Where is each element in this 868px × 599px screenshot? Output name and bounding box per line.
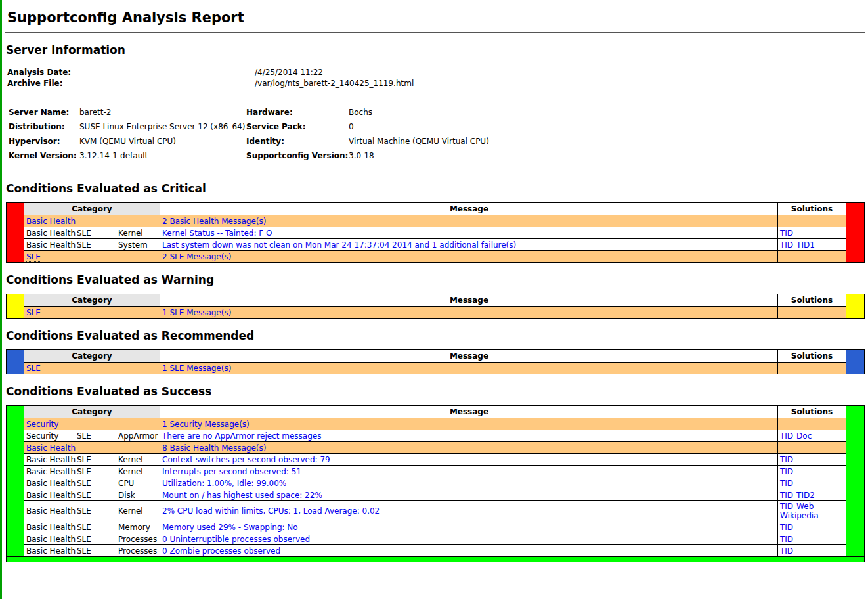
message-link[interactable]: 0 Zombie processes observed (162, 546, 280, 556)
severity-strip (846, 362, 864, 374)
solutions-cell: TID (778, 544, 846, 556)
solutions-cell (778, 250, 846, 262)
severity-strip (7, 306, 24, 318)
message-link[interactable]: Memory used 29% - Swapping: No (162, 523, 298, 532)
solution-link[interactable]: TID (780, 523, 793, 532)
message-link[interactable]: There are no AppArmor reject messages (162, 432, 321, 441)
solution-link[interactable]: TID (780, 240, 793, 250)
category-link[interactable]: Basic Health (26, 217, 76, 226)
severity-strip (846, 453, 864, 465)
solutions-cell: TID (778, 453, 846, 465)
severity-strip (846, 533, 864, 544)
severity-strip (7, 477, 24, 489)
table-header-row: CategoryMessageSolutions (7, 406, 864, 418)
message-cell: There are no AppArmor reject messages (160, 430, 778, 441)
category-cell: Basic HealthSLEKernel (24, 453, 160, 465)
solution-link[interactable]: TID (780, 491, 793, 500)
severity-strip (7, 406, 24, 418)
table-row: Basic HealthSLEKernelKernel Status -- Ta… (7, 227, 864, 238)
solution-link[interactable]: TID1 (796, 240, 815, 250)
message-link[interactable]: 1 Security Message(s) (162, 420, 250, 429)
message-header: Message (160, 294, 778, 306)
category-cell: SLE (24, 362, 160, 374)
table-row: Basic Health8 Basic Health Message(s) (7, 441, 864, 453)
message-cell: 2 Basic Health Message(s) (160, 215, 778, 227)
info-row-archive-file: Archive File: /var/log/nts_barett-2_1404… (7, 78, 868, 89)
solution-link[interactable]: TID (780, 467, 793, 476)
category-header: Category (24, 350, 160, 362)
category-link[interactable]: SLE (26, 308, 41, 317)
solution-link[interactable]: TID (780, 546, 793, 556)
solution-link[interactable]: TID (780, 479, 793, 488)
severity-strip (7, 544, 24, 556)
message-link[interactable]: 0 Uninterruptible processes observed (162, 535, 310, 544)
severity-strip (7, 203, 24, 215)
field-label: Server Name: (9, 108, 79, 117)
solution-link[interactable]: TID (780, 502, 793, 511)
report-page: Supportconfig Analysis Report Server Inf… (2, 0, 868, 562)
solutions-cell: TIDDoc (778, 430, 846, 441)
message-link[interactable]: 8 Basic Health Message(s) (162, 443, 266, 453)
category-part: SLE (77, 432, 118, 441)
message-cell: 2% CPU load within limits, CPUs: 1, Load… (160, 500, 778, 521)
category-link[interactable]: SLE (26, 364, 41, 373)
category-link[interactable]: Security (26, 420, 58, 429)
message-link[interactable]: Last system down was not clean on Mon Ma… (162, 240, 516, 250)
divider-top (5, 32, 865, 33)
message-link[interactable]: Interrupts per second observed: 51 (162, 467, 301, 476)
server-info-heading: Server Information (6, 43, 863, 56)
category-part: Basic Health (24, 506, 77, 516)
info-row-analysis-date: Analysis Date: /4/25/2014 11:22 (7, 67, 868, 78)
category-part: Kernel (118, 506, 160, 516)
severity-strip (846, 489, 864, 500)
message-link[interactable]: Utilization: 1.00%, Idle: 99.00% (162, 479, 286, 488)
solutions-header: Solutions (778, 350, 846, 362)
solution-link[interactable]: TID (780, 432, 793, 441)
table-row: SLE2 SLE Message(s) (7, 250, 864, 262)
message-link[interactable]: 2% CPU load within limits, CPUs: 1, Load… (162, 506, 380, 516)
category-part: Basic Health (24, 535, 77, 544)
message-cell: Last system down was not clean on Mon Ma… (160, 238, 778, 250)
category-cell: Basic HealthSLECPU (24, 477, 160, 489)
category-link[interactable]: Basic Health (26, 443, 76, 453)
message-cell: Kernel Status -- Tainted: F O (160, 227, 778, 238)
server-info-top: Analysis Date: /4/25/2014 11:22 Archive … (7, 67, 868, 89)
solutions-cell: TID (778, 465, 846, 477)
table-row: Basic HealthSLESystemLast system down wa… (7, 238, 864, 250)
solution-link[interactable]: TID2 (796, 491, 815, 500)
message-cell: 0 Zombie processes observed (160, 544, 778, 556)
severity-strip (7, 500, 24, 521)
message-link[interactable]: Mount on / has highest used space: 22% (162, 491, 322, 500)
field-label: Hardware: (246, 108, 349, 117)
solution-link[interactable]: TID (780, 535, 793, 544)
category-part: SLE (77, 506, 118, 516)
severity-strip (846, 238, 864, 250)
message-cell: Interrupts per second observed: 51 (160, 465, 778, 477)
category-part: System (118, 240, 160, 250)
message-link[interactable]: Context switches per second observed: 79 (162, 455, 330, 464)
message-link[interactable]: 2 SLE Message(s) (162, 252, 231, 261)
category-cell: Basic Health (24, 441, 160, 453)
solutions-cell: TID (778, 477, 846, 489)
table-row: SLE1 SLE Message(s) (7, 306, 864, 318)
message-link[interactable]: 2 Basic Health Message(s) (162, 217, 266, 226)
category-part: SLE (77, 455, 118, 464)
field-label: Supportconfig Version: (246, 151, 349, 160)
solutions-cell: TIDTID2 (778, 489, 846, 500)
field-label: Service Pack: (246, 122, 349, 131)
message-link[interactable]: 1 SLE Message(s) (162, 308, 231, 317)
message-link[interactable]: Kernel Status -- Tainted: F O (162, 229, 272, 238)
conditions-table-warning: CategoryMessageSolutionsSLE1 SLE Message… (6, 294, 865, 319)
severity-strip (846, 521, 864, 533)
field-label: Distribution: (9, 122, 79, 131)
solution-link[interactable]: TID (780, 455, 793, 464)
solution-link[interactable]: Web (796, 502, 814, 511)
solution-link[interactable]: Doc (796, 432, 812, 441)
message-link[interactable]: 1 SLE Message(s) (162, 364, 231, 373)
solution-link[interactable]: Wikipedia (780, 511, 819, 520)
solution-link[interactable]: TID (780, 229, 793, 238)
message-header: Message (160, 350, 778, 362)
category-link[interactable]: SLE (26, 252, 41, 261)
severity-strip (7, 533, 24, 544)
severity-strip (846, 203, 864, 215)
